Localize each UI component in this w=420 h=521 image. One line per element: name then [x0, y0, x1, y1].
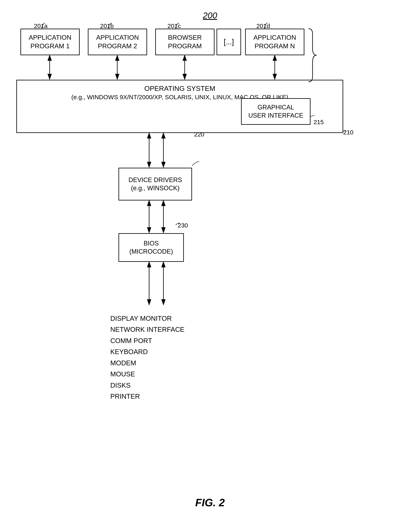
ref-201a: 201a: [34, 23, 48, 30]
bios-box: BIOS(MICROCODE): [119, 233, 184, 262]
hw-keyboard: KEYBOARD: [110, 346, 184, 357]
app1-label: APPLICATIONPROGRAM 1: [29, 33, 71, 50]
hw-printer: PRINTER: [110, 391, 184, 402]
hw-disks: DISKS: [110, 380, 184, 391]
hw-display: DISPLAY MONITOR: [110, 313, 184, 324]
hw-mouse: MOUSE: [110, 369, 184, 380]
os-title: OPERATING SYSTEM: [17, 85, 343, 93]
ref-230: 230: [178, 222, 188, 229]
appN-label: APPLICATIONPROGRAM N: [253, 33, 296, 50]
ellipsis-label: [...]: [224, 38, 234, 46]
hw-comm: COMM PORT: [110, 335, 184, 346]
diagram-container: 200 APPLICATIONPROGRAM 1 APPLICATIONPROG…: [0, 0, 420, 521]
fig-label: FIG. 2: [195, 497, 225, 509]
hw-network: NETWORK INTERFACE: [110, 324, 184, 335]
ref-201d: 201d: [256, 23, 270, 30]
ref-201c: 201c: [167, 23, 181, 30]
ref-201b: 201b: [100, 23, 114, 30]
bios-label: BIOS(MICROCODE): [129, 239, 173, 256]
browser-label: BROWSERPROGRAM: [168, 33, 202, 50]
hardware-list: DISPLAY MONITOR NETWORK INTERFACE COMM P…: [110, 313, 184, 402]
ref-210: 210: [343, 129, 353, 136]
browser-box: BROWSERPROGRAM: [155, 29, 215, 55]
ref-215: 215: [314, 119, 324, 126]
diagram-title: 200: [203, 11, 217, 20]
app1-box: APPLICATIONPROGRAM 1: [20, 29, 80, 55]
app2-box: APPLICATIONPROGRAM 2: [88, 29, 147, 55]
drivers-label: DEVICE DRIVERS(e.g., WINSOCK): [128, 176, 182, 193]
ref-220: 220: [194, 131, 204, 138]
app2-label: APPLICATIONPROGRAM 2: [96, 33, 139, 50]
gui-box: GRAPHICALUSER INTERFACE: [241, 98, 310, 125]
gui-label: GRAPHICALUSER INTERFACE: [248, 103, 303, 120]
arrows-svg: [0, 0, 420, 521]
ellipsis-box: [...]: [217, 29, 241, 55]
drivers-box: DEVICE DRIVERS(e.g., WINSOCK): [119, 168, 192, 201]
appN-box: APPLICATIONPROGRAM N: [245, 29, 304, 55]
hw-modem: MODEM: [110, 358, 184, 369]
